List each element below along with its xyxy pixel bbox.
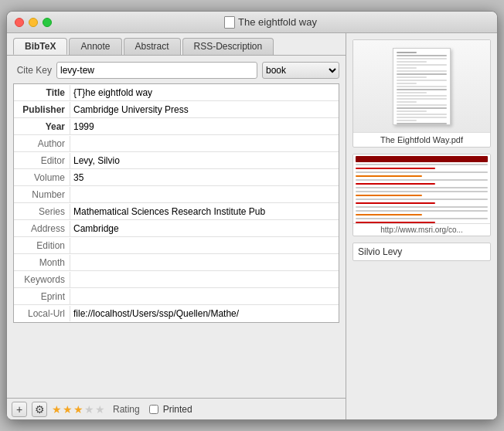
field-label-month: Month (14, 256, 70, 270)
msri-line (356, 210, 488, 212)
pdf-filename: The Eightfold Way.pdf (353, 133, 490, 147)
pdf-line (397, 89, 447, 90)
pdf-line (397, 107, 447, 109)
field-row-keywords: Keywords (14, 271, 339, 288)
field-label-volume: Volume (14, 171, 70, 185)
msri-line (356, 171, 488, 173)
field-label-publisher: Publisher (14, 103, 70, 117)
pdf-line (397, 58, 447, 59)
cite-key-input[interactable] (56, 62, 257, 79)
tab-rss[interactable]: RSS-Description (182, 38, 274, 55)
field-input-series[interactable] (70, 204, 339, 219)
field-input-volume[interactable] (70, 170, 339, 185)
pdf-line (397, 64, 447, 66)
pdf-line (397, 55, 447, 56)
titlebar: The eightfold way (7, 12, 497, 33)
field-row-year: Year (14, 118, 339, 135)
field-row-number: Number (14, 186, 339, 203)
field-input-year[interactable] (70, 119, 339, 134)
field-row-volume: Volume (14, 169, 339, 186)
bottom-bar: + ⚙ ★ ★ ★ ★ ★ Rating Printed (7, 398, 346, 419)
field-input-publisher[interactable] (70, 102, 339, 117)
msri-line (356, 175, 422, 177)
printed-checkbox[interactable] (149, 405, 158, 414)
field-input-local-url[interactable] (70, 306, 339, 321)
field-input-eprint[interactable] (70, 289, 339, 304)
field-input-month[interactable] (70, 255, 339, 270)
field-label-series: Series (14, 205, 70, 219)
field-input-address[interactable] (70, 221, 339, 236)
traffic-lights (15, 18, 52, 27)
pdf-line (397, 123, 447, 124)
stars-rating[interactable]: ★ ★ ★ ★ ★ (52, 403, 105, 416)
pdf-line (397, 73, 447, 75)
star-3[interactable]: ★ (73, 403, 83, 416)
pdf-line (397, 95, 447, 97)
msri-line (356, 199, 488, 200)
field-input-number[interactable] (70, 187, 339, 202)
link-url: http://www.msri.org/co... (353, 224, 490, 236)
field-label-author: Author (14, 137, 70, 151)
pdf-line (397, 110, 427, 112)
pdf-line (397, 61, 427, 63)
type-select[interactable]: book article inproceedings misc (262, 62, 339, 79)
field-label-local-url: Local-Url (14, 307, 70, 321)
document-icon (224, 16, 235, 29)
form-area: Cite Key book article inproceedings misc… (7, 56, 346, 398)
pdf-line (397, 92, 427, 93)
gear-icon: ⚙ (35, 403, 45, 416)
field-row-address: Address (14, 220, 339, 237)
tab-bibtex[interactable]: BibTeX (13, 38, 67, 55)
field-input-editor[interactable] (70, 153, 339, 168)
author-card: Silvio Levy (352, 243, 491, 261)
pdf-line (397, 120, 417, 121)
left-panel: BibTeX Annote Abstract RSS-Description C… (7, 33, 346, 419)
pdf-line (397, 76, 427, 78)
maximize-button[interactable] (43, 18, 52, 27)
field-row-author: Author (14, 135, 339, 152)
tab-abstract[interactable]: Abstract (124, 38, 181, 55)
msri-line (356, 191, 488, 192)
star-5[interactable]: ★ (95, 403, 105, 416)
field-input-edition[interactable] (70, 238, 339, 253)
field-row-eprint: Eprint (14, 288, 339, 305)
field-input-title[interactable] (70, 85, 339, 100)
pdf-line (397, 83, 417, 84)
printed-label: Printed (163, 404, 192, 415)
pdf-line (397, 70, 447, 72)
field-label-number: Number (14, 188, 70, 202)
pdf-line (397, 67, 417, 69)
author-name: Silvio Levy (358, 246, 402, 257)
star-4[interactable]: ★ (84, 403, 94, 416)
field-label-address: Address (14, 222, 70, 236)
minimize-button[interactable] (29, 18, 38, 27)
field-row-month: Month (14, 254, 339, 271)
pdf-line (397, 117, 447, 118)
window-title: The eightfold way (52, 16, 489, 29)
gear-button[interactable]: ⚙ (32, 402, 47, 417)
tabs-bar: BibTeX Annote Abstract RSS-Description (7, 33, 346, 56)
pdf-line (397, 80, 447, 81)
close-button[interactable] (15, 18, 24, 27)
link-thumbnail (353, 154, 490, 224)
star-1[interactable]: ★ (52, 403, 62, 416)
right-panel: The Eightfold Way.pdf (346, 33, 497, 419)
msri-line (356, 214, 422, 216)
pdf-line (397, 101, 417, 103)
cite-key-row: Cite Key book article inproceedings misc (13, 62, 339, 79)
field-label-year: Year (14, 120, 70, 134)
star-2[interactable]: ★ (63, 403, 73, 416)
pdf-line (397, 114, 447, 115)
field-label-editor: Editor (14, 154, 70, 168)
field-input-author[interactable] (70, 136, 339, 151)
msri-line (356, 202, 435, 204)
pdf-preview-card[interactable]: The Eightfold Way.pdf (352, 39, 491, 148)
field-input-keywords[interactable] (70, 272, 339, 287)
add-button[interactable]: + (12, 402, 27, 417)
field-label-eprint: Eprint (14, 290, 70, 304)
tab-annote[interactable]: Annote (69, 38, 121, 55)
field-row-editor: Editor (14, 152, 339, 169)
msri-line (356, 179, 488, 181)
field-row-series: Series (14, 203, 339, 220)
link-card[interactable]: http://www.msri.org/co... (352, 154, 491, 236)
